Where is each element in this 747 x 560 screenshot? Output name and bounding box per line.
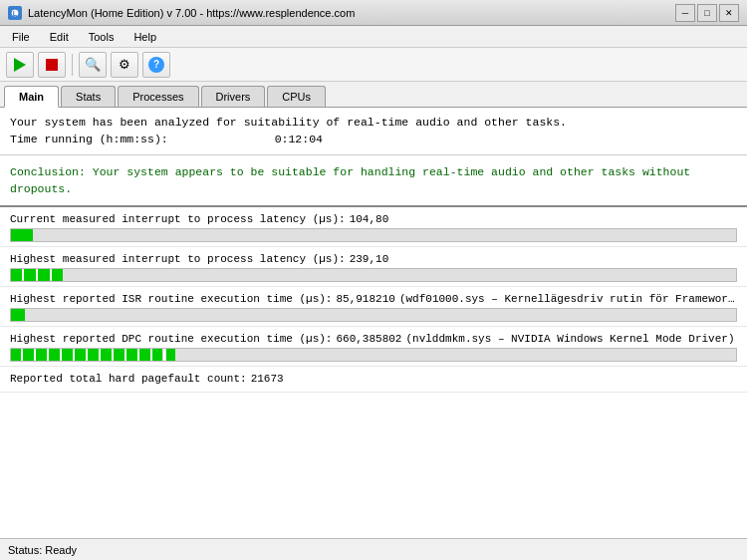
- progress-segment-gap: [60, 349, 62, 361]
- gear-icon: ⚙: [119, 57, 130, 72]
- tab-stats[interactable]: Stats: [61, 86, 116, 107]
- metrics-container: Current measured interrupt to process la…: [0, 207, 747, 393]
- maximize-button[interactable]: □: [697, 4, 717, 22]
- progress-segment-gap: [86, 349, 88, 361]
- toolbar: 🔍 ⚙ ?: [0, 48, 747, 82]
- progress-bar-container-2: [10, 308, 737, 322]
- progress-segment: [115, 349, 124, 361]
- metric-value-4: 21673: [251, 373, 284, 385]
- menu-help[interactable]: Help: [125, 29, 164, 45]
- help-button[interactable]: ?: [142, 52, 170, 78]
- progress-bar-1: [11, 269, 59, 281]
- progress-segment-gap: [73, 349, 75, 361]
- tab-main[interactable]: Main: [4, 86, 59, 108]
- metric-extra-3: (nvlddmkm.sys – NVIDIA Windows Kernel Mo…: [405, 333, 734, 345]
- tab-drivers[interactable]: Drivers: [201, 86, 266, 107]
- metric-label-row-2: Highest reported ISR routine execution t…: [10, 293, 737, 305]
- tab-cpus[interactable]: CPUs: [267, 86, 326, 107]
- play-button[interactable]: [6, 52, 34, 78]
- progress-segment: [24, 349, 33, 361]
- progress-segment-gap: [124, 349, 126, 361]
- progress-segment: [153, 349, 162, 361]
- metric-value-3: 660,385802: [336, 333, 401, 345]
- progress-bar-container-3: [10, 348, 737, 362]
- progress-segment-gap: [34, 349, 36, 361]
- metric-value-2: 85,918210: [336, 293, 394, 305]
- tab-bar: Main Stats Processes Drivers CPUs: [0, 82, 747, 108]
- menu-bar: File Edit Tools Help: [0, 26, 747, 48]
- progress-segment-gap: [150, 349, 152, 361]
- status-text: Status: Ready: [8, 544, 77, 556]
- progress-segment: [63, 349, 72, 361]
- svg-text:L: L: [13, 10, 18, 17]
- progress-bar-0: [11, 229, 33, 241]
- minimize-button[interactable]: ─: [675, 4, 695, 22]
- progress-segment-gap: [47, 349, 49, 361]
- progress-bar-container-0: [10, 228, 737, 242]
- metric-row-1: Highest measured interrupt to process la…: [0, 247, 747, 287]
- main-content: Your system has been analyzed for suitab…: [0, 108, 747, 538]
- progress-segment: [37, 349, 46, 361]
- help-icon: ?: [148, 57, 164, 73]
- title-bar: L LatencyMon (Home Edition) v 7.00 - htt…: [0, 0, 747, 26]
- time-running-row: Time running (h:mm:ss): 0:12:04: [10, 131, 737, 147]
- metric-row-4: Reported total hard pagefault count:2167…: [0, 367, 747, 393]
- progress-segment-gap: [112, 349, 114, 361]
- menu-file[interactable]: File: [4, 29, 38, 45]
- metric-row-3: Highest reported DPC routine execution t…: [0, 327, 747, 367]
- progress-segment-gap: [21, 349, 23, 361]
- time-running-value: 0:12:04: [275, 133, 323, 145]
- conclusion-section: Conclusion: Your system appears to be su…: [0, 155, 747, 208]
- search-icon: 🔍: [85, 57, 101, 72]
- metric-label-1: Highest measured interrupt to process la…: [10, 253, 346, 265]
- progress-segment-gap: [36, 269, 38, 281]
- stop-icon: [46, 59, 58, 71]
- metric-label-row-4: Reported total hard pagefault count:2167…: [10, 373, 737, 385]
- progress-bar-container-1: [10, 268, 737, 282]
- conclusion-text: Conclusion: Your system appears to be su…: [10, 163, 737, 198]
- metric-label-0: Current measured interrupt to process la…: [10, 213, 346, 225]
- window-title: LatencyMon (Home Edition) v 7.00 - https…: [28, 7, 355, 19]
- system-analyzed-text: Your system has been analyzed for suitab…: [10, 114, 737, 131]
- progress-segment: [11, 349, 20, 361]
- metric-row-2: Highest reported ISR routine execution t…: [0, 287, 747, 327]
- settings-button[interactable]: ⚙: [111, 52, 138, 78]
- play-icon: [14, 58, 26, 72]
- status-bar: Status: Ready: [0, 538, 747, 560]
- metric-value-1: 239,10: [350, 253, 389, 265]
- progress-segment: [25, 269, 35, 281]
- time-running-label: Time running (h:mm:ss):: [10, 133, 168, 145]
- metric-label-row-1: Highest measured interrupt to process la…: [10, 253, 737, 265]
- toolbar-separator: [72, 54, 73, 76]
- tab-processes[interactable]: Processes: [118, 86, 198, 107]
- metric-value-0: 104,80: [350, 213, 389, 225]
- progress-segment-gap: [163, 349, 165, 361]
- metric-label-4: Reported total hard pagefault count:: [10, 373, 247, 385]
- progress-segment: [50, 349, 59, 361]
- menu-edit[interactable]: Edit: [42, 29, 77, 45]
- progress-segment: [127, 349, 136, 361]
- progress-bar-2: [11, 309, 25, 321]
- metric-label-3: Highest reported DPC routine execution t…: [10, 333, 332, 345]
- progress-segment-gap: [50, 269, 52, 281]
- progress-segment: [102, 349, 111, 361]
- progress-segment-gap: [99, 349, 101, 361]
- metric-label-2: Highest reported ISR routine execution t…: [10, 293, 332, 305]
- stop-button[interactable]: [38, 52, 66, 78]
- progress-segment: [39, 269, 49, 281]
- progress-segment-gap: [22, 269, 24, 281]
- close-button[interactable]: ✕: [719, 4, 739, 22]
- search-button[interactable]: 🔍: [79, 52, 107, 78]
- metric-extra-2: (wdf01000.sys – Kernellägesdriv rutin fö…: [399, 293, 737, 305]
- progress-segment: [89, 349, 98, 361]
- metric-label-row-3: Highest reported DPC routine execution t…: [10, 333, 737, 345]
- progress-segment-gap: [137, 349, 139, 361]
- window-controls: ─ □ ✕: [675, 4, 739, 22]
- progress-segment: [11, 269, 21, 281]
- metric-row-0: Current measured interrupt to process la…: [0, 207, 747, 247]
- menu-tools[interactable]: Tools: [81, 29, 123, 45]
- progress-segment: [53, 269, 63, 281]
- title-bar-left: L LatencyMon (Home Edition) v 7.00 - htt…: [8, 6, 355, 20]
- progress-segment: [11, 309, 25, 321]
- system-info-section: Your system has been analyzed for suitab…: [0, 108, 747, 155]
